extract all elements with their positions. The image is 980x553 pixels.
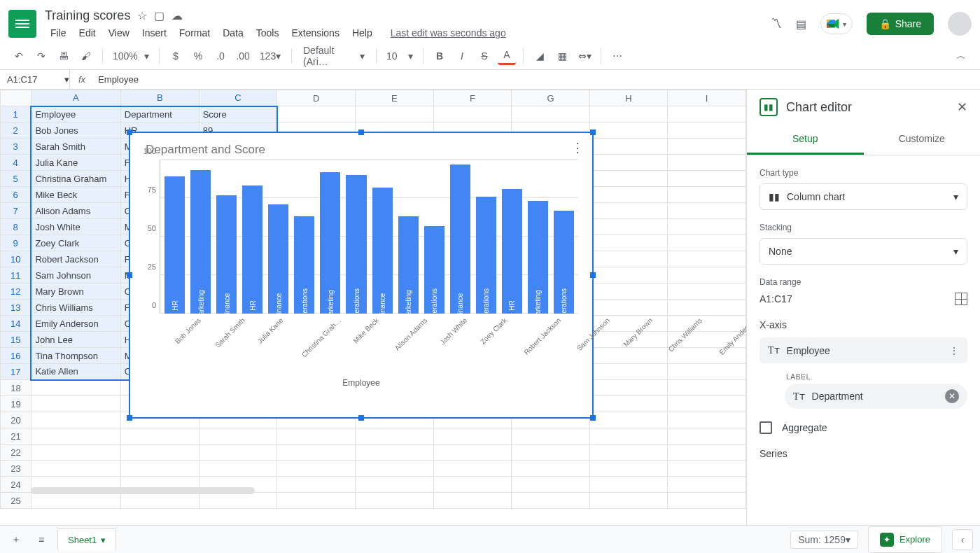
- cell[interactable]: [31, 412, 120, 428]
- cell[interactable]: Josh White: [31, 219, 120, 235]
- horizontal-scrollbar[interactable]: [31, 487, 255, 494]
- cell[interactable]: [199, 428, 277, 444]
- row-header[interactable]: 3: [1, 139, 31, 155]
- cell[interactable]: [668, 219, 746, 235]
- row-header[interactable]: 18: [1, 380, 31, 396]
- x-axis-label-field[interactable]: Tᴛ Department ✕: [785, 384, 967, 409]
- chart-menu-icon[interactable]: ⋮: [571, 140, 584, 155]
- cell[interactable]: [589, 493, 668, 509]
- cell[interactable]: Robert Jackson: [31, 251, 120, 267]
- cell[interactable]: [277, 444, 356, 461]
- cell[interactable]: [433, 461, 512, 477]
- column-header[interactable]: B: [120, 90, 199, 106]
- font-size-select[interactable]: 10▾: [384, 47, 416, 65]
- cell[interactable]: [120, 461, 199, 477]
- cell[interactable]: [120, 493, 199, 509]
- row-header[interactable]: 13: [1, 300, 31, 316]
- explore-button[interactable]: ✦ Explore: [868, 526, 942, 553]
- chart-bar[interactable]: Finance: [450, 164, 470, 314]
- side-panel-toggle[interactable]: ‹: [952, 529, 973, 550]
- x-axis-menu-icon[interactable]: ⋮: [949, 345, 959, 356]
- document-title[interactable]: Training scores: [45, 8, 130, 23]
- cell[interactable]: [668, 396, 746, 412]
- star-icon[interactable]: ☆: [137, 9, 147, 22]
- chart-bar[interactable]: HR: [164, 176, 185, 314]
- cell[interactable]: [277, 461, 356, 477]
- tab-setup[interactable]: Setup: [747, 125, 864, 155]
- cell[interactable]: Employee: [31, 106, 120, 122]
- cell[interactable]: [433, 444, 512, 461]
- cell[interactable]: [668, 106, 746, 122]
- cell[interactable]: [433, 106, 512, 122]
- chart-bar[interactable]: Marketing: [190, 170, 211, 314]
- cell[interactable]: [589, 219, 668, 235]
- chart-type-select[interactable]: ▮▮Column chart▾: [760, 183, 967, 210]
- add-sheet-button[interactable]: ＋: [7, 531, 25, 549]
- decrease-decimal-button[interactable]: .0: [211, 47, 230, 65]
- bold-button[interactable]: B: [430, 47, 449, 65]
- cell[interactable]: [31, 461, 120, 477]
- menu-tools[interactable]: Tools: [251, 26, 285, 40]
- cell[interactable]: [31, 444, 120, 461]
- borders-button[interactable]: ▦: [553, 47, 571, 65]
- cell[interactable]: [199, 444, 277, 461]
- row-header[interactable]: 20: [1, 412, 31, 428]
- column-header[interactable]: E: [355, 90, 433, 106]
- cell[interactable]: Mary Brown: [31, 284, 120, 300]
- cell[interactable]: [589, 251, 668, 267]
- cell[interactable]: [355, 444, 433, 461]
- chart-bar[interactable]: Marketing: [528, 201, 548, 314]
- cell[interactable]: [512, 444, 590, 461]
- cell[interactable]: [199, 461, 277, 477]
- close-sidebar-button[interactable]: ✕: [957, 99, 967, 115]
- cell[interactable]: [512, 428, 590, 444]
- cell[interactable]: Chris Williams: [31, 300, 120, 316]
- cell[interactable]: [355, 106, 433, 122]
- cell[interactable]: [589, 477, 668, 493]
- currency-button[interactable]: $: [167, 47, 185, 65]
- cell[interactable]: [433, 477, 512, 493]
- chart-bar[interactable]: Finance: [372, 188, 393, 314]
- row-header[interactable]: 10: [1, 251, 31, 267]
- menu-file[interactable]: File: [45, 26, 72, 40]
- cell[interactable]: Bob Jones: [31, 122, 120, 139]
- cell[interactable]: [355, 477, 433, 493]
- remove-label-button[interactable]: ✕: [945, 389, 959, 403]
- data-range-value[interactable]: A1:C17: [760, 293, 792, 304]
- cell[interactable]: [355, 461, 433, 477]
- menu-view[interactable]: View: [103, 26, 135, 40]
- column-header[interactable]: I: [668, 90, 746, 106]
- select-range-button[interactable]: [955, 293, 967, 305]
- account-avatar[interactable]: [948, 12, 972, 36]
- cell[interactable]: [589, 155, 668, 171]
- cell[interactable]: Christina Graham: [31, 171, 120, 187]
- cell[interactable]: Katie Allen: [31, 364, 120, 380]
- cell[interactable]: [355, 493, 433, 509]
- row-header[interactable]: 21: [1, 428, 31, 444]
- undo-button[interactable]: ↶: [10, 47, 28, 65]
- print-button[interactable]: 🖶: [55, 47, 73, 65]
- x-axis-field[interactable]: Tᴛ Employee ⋮: [760, 337, 967, 363]
- cell[interactable]: [589, 428, 668, 444]
- cell[interactable]: Sam Johnson: [31, 267, 120, 284]
- cell[interactable]: [589, 412, 668, 428]
- cell[interactable]: [277, 477, 356, 493]
- chart-bar[interactable]: Marketing: [320, 172, 340, 314]
- font-select[interactable]: Default (Ari…▾: [299, 47, 369, 65]
- cell[interactable]: [31, 380, 120, 396]
- chart-bar[interactable]: Marketing: [398, 216, 419, 314]
- chart-bar[interactable]: Operations: [294, 216, 314, 314]
- cell[interactable]: [668, 139, 746, 155]
- cell[interactable]: Score: [199, 106, 277, 122]
- chart-bar[interactable]: Operations: [424, 226, 444, 314]
- row-header[interactable]: 1: [1, 106, 31, 122]
- column-header[interactable]: H: [589, 90, 668, 106]
- cell[interactable]: [31, 493, 120, 509]
- menu-format[interactable]: Format: [174, 26, 216, 40]
- cell[interactable]: [512, 493, 590, 509]
- chart-bar[interactable]: Operations: [346, 175, 366, 314]
- cell[interactable]: [589, 187, 668, 203]
- merge-button[interactable]: ⇔▾: [575, 47, 594, 65]
- all-sheets-button[interactable]: ≡: [32, 531, 50, 549]
- cell[interactable]: [668, 477, 746, 493]
